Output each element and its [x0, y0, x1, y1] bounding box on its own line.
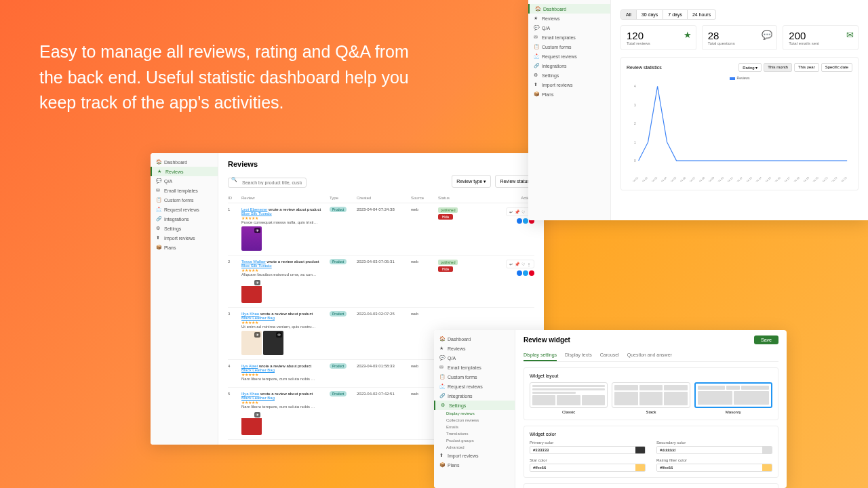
request reviews-icon: 📩 — [439, 384, 445, 389]
pin-icon[interactable]: 📌 — [515, 209, 519, 214]
primary-color-input[interactable] — [530, 447, 635, 453]
sidebar-item-request-reviews[interactable]: 📩Request reviews — [528, 52, 610, 61]
color-swatch[interactable] — [762, 464, 772, 471]
sidebar-item-import-reviews[interactable]: ⬆Import reviews — [434, 451, 515, 460]
review-type-filter[interactable]: Review type ▾ — [452, 175, 491, 188]
sidebar-item-custom-forms[interactable]: 📋Custom forms — [151, 195, 218, 205]
table-row: 2Tessa Walker wrote a review about produ… — [228, 256, 534, 308]
color-swatch[interactable] — [762, 447, 772, 453]
settings-icon: ⚙ — [156, 226, 161, 231]
sidebar-item-import-reviews[interactable]: ⬆Import reviews — [528, 80, 610, 89]
sidebar-item-plans[interactable]: 📦Plans — [434, 460, 515, 470]
sidebar-item-dashboard[interactable]: 🏠Dashboard — [528, 4, 610, 14]
tab-display-settings[interactable]: Display settings — [524, 350, 557, 361]
star-rating: ★★★★★ — [241, 372, 330, 377]
filter-color-input[interactable] — [657, 464, 762, 471]
stat-icon: 💬 — [762, 30, 772, 40]
facebook-icon[interactable] — [517, 218, 522, 224]
sidebar-item-integrations[interactable]: 🔗Integrations — [434, 391, 515, 401]
twitter-icon[interactable] — [523, 270, 528, 276]
sidebar-sub-product-groups[interactable]: Product groups — [434, 437, 515, 444]
chart-filter[interactable]: Specific date — [821, 63, 852, 72]
sidebar-item-integrations[interactable]: 🔗Integrations — [151, 214, 218, 224]
eye-icon: 👁 — [254, 280, 260, 285]
color-swatch[interactable] — [635, 447, 645, 453]
dashboard-panel: 🏠Dashboard★Reviews💬Q/A✉Email templates📋C… — [528, 0, 868, 220]
plans-icon: 📦 — [439, 462, 445, 468]
chart-filter[interactable]: This year — [794, 63, 819, 72]
import reviews-icon: ⬆ — [156, 235, 161, 241]
stat-card: 120Total reviews★ — [620, 25, 696, 50]
review-thumbnail[interactable]: 👁 — [241, 411, 262, 435]
tab-carousel[interactable]: Carousel — [600, 350, 619, 361]
color-swatch[interactable] — [635, 464, 645, 471]
sidebar-sub-translations[interactable]: Translations — [434, 430, 515, 437]
sidebar-sub-display-reviews[interactable]: Display reviews — [434, 410, 515, 417]
sidebar-item-reviews[interactable]: ★Reviews — [528, 14, 610, 23]
secondary-color-input[interactable] — [657, 447, 762, 453]
chart-title: Review statistics — [627, 65, 662, 70]
sidebar-item-reviews[interactable]: ★Reviews — [434, 344, 515, 353]
sidebar-item-email-templates[interactable]: ✉Email templates — [151, 186, 218, 195]
sidebar-item-request-reviews[interactable]: 📩Request reviews — [434, 382, 515, 391]
sidebar: 🏠Dashboard★Reviews💬Q/A✉Email templates📋C… — [434, 330, 515, 488]
reply-icon[interactable]: ↩ — [509, 262, 513, 266]
q/a-icon: 💬 — [534, 25, 539, 30]
more-icon[interactable]: ⋮ — [527, 262, 531, 266]
sidebar-item-settings[interactable]: ⚙Settings — [434, 401, 515, 410]
sidebar-item-email-templates[interactable]: ✉Email templates — [528, 33, 610, 42]
layout-option-classic[interactable]: Classic — [530, 382, 608, 414]
sidebar-item-plans[interactable]: 📦Plans — [528, 89, 610, 99]
pinterest-icon[interactable] — [529, 270, 534, 276]
save-button[interactable]: Save — [754, 336, 778, 344]
dashboard-icon: 🏠 — [156, 159, 161, 165]
heart-icon[interactable]: ♡ — [521, 262, 525, 266]
sidebar-sub-collection-reviews[interactable]: Collection reviews — [434, 417, 515, 424]
time-filter-24-hours[interactable]: 24 hours — [688, 10, 715, 19]
sidebar: 🏠Dashboard★Reviews💬Q/A✉Email templates📋C… — [151, 153, 218, 445]
sidebar-item-q-a[interactable]: 💬Q/A — [528, 23, 610, 33]
heart-icon[interactable]: ♡ — [521, 209, 525, 214]
reply-icon[interactable]: ↩ — [509, 209, 513, 214]
sidebar-item-reviews[interactable]: ★Reviews — [151, 167, 218, 176]
tab-question-and-answer[interactable]: Question and answer — [627, 350, 672, 361]
svg-text:2: 2 — [634, 122, 636, 125]
layout-option-stack[interactable]: Stack — [612, 382, 690, 414]
sidebar-sub-emails[interactable]: Emails — [434, 424, 515, 430]
sidebar-sub-advanced[interactable]: Advanced — [434, 444, 515, 451]
sidebar-item-request-reviews[interactable]: 📩Request reviews — [151, 205, 218, 214]
time-filter-all[interactable]: All — [621, 10, 637, 19]
stat-icon: ✉ — [846, 30, 854, 40]
reviews-icon: ★ — [439, 346, 445, 351]
sidebar-item-settings[interactable]: ⚙Settings — [528, 70, 610, 80]
hide-button[interactable]: Hide — [438, 266, 453, 272]
chart-filter[interactable]: Rating ▾ — [738, 63, 762, 72]
sidebar-item-dashboard[interactable]: 🏠Dashboard — [151, 157, 218, 167]
review-thumbnail[interactable]: 👁 — [241, 226, 262, 251]
sidebar-item-settings[interactable]: ⚙Settings — [151, 224, 218, 233]
review-thumbnail[interactable]: 👁 — [241, 279, 262, 303]
search-input[interactable] — [228, 178, 307, 188]
review-thumbnail[interactable]: 👁 — [263, 331, 283, 355]
layout-option-masonry[interactable]: Masonry — [694, 382, 772, 414]
review-thumbnail[interactable]: 👁 — [241, 331, 262, 355]
chart-filter[interactable]: This month — [764, 63, 792, 72]
facebook-icon[interactable] — [517, 270, 522, 276]
twitter-icon[interactable] — [523, 218, 528, 224]
sidebar-item-custom-forms[interactable]: 📋Custom forms — [434, 372, 515, 382]
time-filter-30-days[interactable]: 30 days — [637, 10, 664, 19]
sidebar-item-import-reviews[interactable]: ⬆Import reviews — [151, 233, 218, 243]
sidebar-item-integrations[interactable]: 🔗Integrations — [528, 61, 610, 70]
sidebar-item-dashboard[interactable]: 🏠Dashboard — [434, 334, 515, 344]
sidebar-item-email-templates[interactable]: ✉Email templates — [434, 363, 515, 372]
sidebar-item-q-a[interactable]: 💬Q/A — [434, 353, 515, 363]
hide-button[interactable]: Hide — [438, 214, 453, 220]
star-color-input[interactable] — [530, 464, 635, 471]
sidebar-item-plans[interactable]: 📦Plans — [151, 243, 218, 252]
settings-icon: ⚙ — [441, 403, 446, 408]
tab-display-texts[interactable]: Display texts — [565, 350, 592, 361]
time-filter-7-days[interactable]: 7 days — [663, 10, 688, 19]
sidebar-item-custom-forms[interactable]: 📋Custom forms — [528, 42, 610, 52]
pin-icon[interactable]: 📌 — [515, 262, 519, 266]
sidebar-item-q-a[interactable]: 💬Q/A — [151, 176, 218, 186]
